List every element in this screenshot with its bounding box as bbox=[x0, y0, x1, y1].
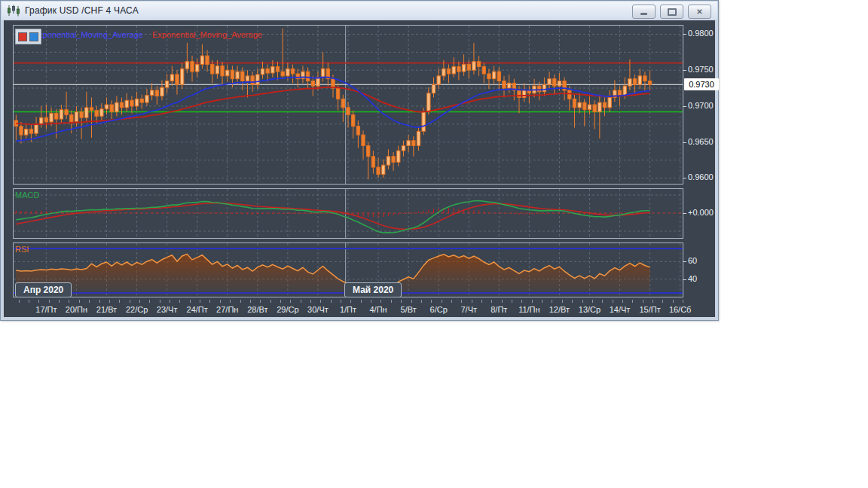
x-axis-tick bbox=[59, 300, 60, 303]
x-axis-label: 17/Пт bbox=[35, 305, 57, 314]
x-axis-tick bbox=[220, 300, 221, 303]
x-axis-tick bbox=[622, 300, 623, 303]
window-title: График USD /CHF 4 ЧАСА bbox=[25, 5, 139, 16]
x-axis-tick bbox=[683, 300, 683, 303]
restore-button[interactable] bbox=[660, 5, 683, 19]
x-axis-tick bbox=[190, 300, 191, 303]
x-axis-tick bbox=[521, 300, 522, 303]
x-axis-tick bbox=[79, 300, 80, 303]
rsi-indicator-label: RSI bbox=[15, 245, 29, 254]
x-axis-tick bbox=[381, 300, 381, 303]
window-titlebar[interactable]: График USD /CHF 4 ЧАСА ✕ bbox=[2, 2, 717, 20]
x-axis-tick bbox=[632, 300, 633, 303]
price-axis-label: 0.9650 bbox=[688, 137, 723, 146]
x-axis-tick bbox=[592, 300, 593, 303]
price-axis-label: 0.9800 bbox=[688, 29, 723, 38]
minimize-button[interactable] bbox=[632, 5, 656, 19]
rsi-axis-label: 60 bbox=[688, 256, 723, 265]
x-axis-tick bbox=[301, 300, 301, 303]
restore-icon bbox=[668, 8, 677, 16]
minimize-icon bbox=[640, 13, 647, 15]
x-axis-tick bbox=[260, 300, 261, 303]
x-axis-tick bbox=[179, 300, 180, 303]
x-axis-tick bbox=[371, 300, 371, 303]
macd-indicator-label: MACD bbox=[15, 191, 39, 200]
x-axis-tick bbox=[240, 300, 241, 303]
price-axis-tick bbox=[683, 261, 686, 262]
price-axis-tick bbox=[683, 142, 686, 143]
close-icon: ✕ bbox=[696, 8, 702, 16]
price-chart-panel[interactable] bbox=[13, 25, 683, 185]
red-series-chip-icon[interactable] bbox=[18, 32, 27, 41]
x-axis-tick bbox=[653, 300, 653, 303]
month-marker-may: Май 2020 bbox=[344, 282, 402, 297]
x-axis-tick bbox=[481, 300, 482, 303]
x-axis-tick bbox=[160, 300, 160, 303]
x-axis-tick bbox=[331, 300, 332, 303]
price-chart-canvas[interactable] bbox=[14, 26, 683, 184]
x-axis-tick bbox=[19, 300, 20, 303]
x-axis-label: 14/Чт bbox=[610, 305, 631, 314]
x-axis-tick bbox=[139, 300, 140, 303]
x-axis-tick bbox=[572, 300, 573, 303]
price-axis-label: 0.9600 bbox=[688, 172, 723, 181]
price-axis-tick bbox=[683, 106, 686, 107]
price-axis-label: 0.9750 bbox=[688, 65, 723, 74]
x-axis-tick bbox=[542, 300, 542, 303]
x-axis-tick bbox=[461, 300, 462, 303]
x-axis-tick bbox=[552, 300, 552, 303]
x-axis-label: 30/Чт bbox=[307, 305, 329, 314]
x-axis-tick bbox=[643, 300, 643, 303]
x-axis-tick bbox=[99, 300, 100, 303]
legend-chip-box[interactable] bbox=[15, 29, 41, 44]
month-marker-april: Апр 2020 bbox=[15, 282, 72, 297]
x-axis-tick bbox=[280, 300, 281, 303]
x-axis-tick bbox=[69, 300, 69, 303]
x-axis-tick bbox=[109, 300, 110, 303]
x-axis-label: 6/Ср bbox=[430, 305, 448, 314]
x-axis-tick bbox=[431, 300, 432, 303]
x-axis-tick bbox=[341, 300, 341, 303]
x-axis-tick bbox=[491, 300, 492, 303]
macd-canvas[interactable] bbox=[14, 189, 683, 238]
x-axis-label: 27/Пн bbox=[216, 305, 238, 314]
x-axis-tick bbox=[451, 300, 452, 303]
x-axis-tick bbox=[209, 300, 210, 303]
x-axis-label: 5/Вт bbox=[401, 305, 417, 314]
x-axis-label: 11/Пн bbox=[518, 305, 539, 314]
x-axis-tick bbox=[442, 300, 442, 303]
x-axis-tick bbox=[512, 300, 512, 303]
x-axis-label: 16/Сб bbox=[669, 305, 692, 314]
close-button[interactable]: ✕ bbox=[688, 5, 711, 19]
x-axis-tick bbox=[38, 300, 39, 303]
x-axis-tick bbox=[200, 300, 200, 303]
x-axis-label: 8/Пт bbox=[491, 305, 507, 314]
x-axis-tick bbox=[582, 300, 583, 303]
x-axis-tick bbox=[411, 300, 412, 303]
x-axis-tick bbox=[391, 300, 392, 303]
x-axis-tick bbox=[662, 300, 663, 303]
x-axis-tick bbox=[613, 300, 613, 303]
x-axis-tick bbox=[250, 300, 251, 303]
macd-zero-label: +0.000 bbox=[688, 208, 723, 217]
x-axis-tick bbox=[502, 300, 503, 303]
x-axis-tick bbox=[401, 300, 402, 303]
x-axis-tick bbox=[310, 300, 311, 303]
x-axis-tick bbox=[532, 300, 533, 303]
x-axis-label: 1/Пт bbox=[340, 305, 356, 314]
x-axis-label: 4/Пн bbox=[369, 305, 387, 314]
x-axis-label: 29/Ср bbox=[277, 305, 298, 314]
x-axis-tick bbox=[119, 300, 120, 303]
blue-series-chip-icon[interactable] bbox=[29, 32, 38, 41]
x-axis-tick bbox=[472, 300, 472, 303]
x-axis-tick bbox=[421, 300, 422, 303]
x-axis-label: 24/Пт bbox=[187, 305, 208, 314]
ema-blue-label: Exponential_Moving_Average bbox=[33, 30, 143, 39]
x-axis-label: 20/Пн bbox=[66, 305, 87, 314]
price-axis-tick bbox=[683, 34, 686, 35]
x-axis-tick bbox=[149, 300, 150, 303]
x-axis-label: 21/Вт bbox=[96, 305, 117, 314]
x-axis-label: 28/Вт bbox=[247, 305, 267, 314]
price-axis-tick bbox=[683, 178, 686, 178]
macd-panel[interactable] bbox=[13, 188, 683, 239]
